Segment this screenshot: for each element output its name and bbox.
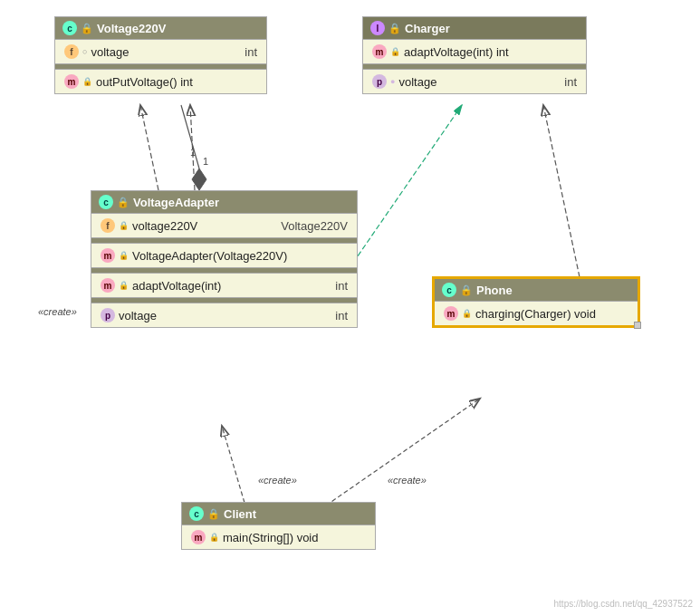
method-name3: adaptVoltage(int) xyxy=(132,279,331,293)
svg-line-7 xyxy=(326,399,480,505)
method-name2: adaptVoltage(int) int xyxy=(404,45,577,59)
svg-line-0 xyxy=(140,105,158,190)
badge-p2: p xyxy=(101,308,115,322)
badge-m6: m xyxy=(191,530,206,544)
badge-m3: m xyxy=(101,248,115,263)
icon-circle: ● xyxy=(390,77,395,86)
icon-lock5: 🔒 xyxy=(119,281,129,290)
class-fields-charger: m 🔒 adaptVoltage(int) int xyxy=(363,39,586,63)
icon-lock6: 🔒 xyxy=(462,309,472,318)
resize-handle[interactable] xyxy=(634,322,641,329)
class-header-phone: c 🔒 Phone xyxy=(435,279,638,301)
svg-line-4 xyxy=(353,105,462,263)
field-name: voltage xyxy=(91,45,241,59)
method-adaptvoltage2: m 🔒 adaptVoltage(int) int xyxy=(97,275,351,295)
constructor-name: VoltageAdapter(Voltage220V) xyxy=(132,249,348,263)
class-fields-voltage220v: f ○ voltage int xyxy=(55,39,266,63)
svg-line-6 xyxy=(222,426,245,503)
label-1: 1 xyxy=(190,147,196,158)
class-badge-c: c xyxy=(62,21,77,35)
class-name-phone: Phone xyxy=(476,284,513,297)
badge-m: m xyxy=(64,74,79,89)
class-header-voltage220v: c 🔒 Voltage220V xyxy=(55,17,266,39)
icon-lock3: 🔒 xyxy=(119,221,129,230)
svg-marker-2 xyxy=(192,168,206,190)
badge-m5: m xyxy=(444,306,458,321)
badge-p: p xyxy=(372,74,387,89)
class-badge-i: I xyxy=(370,21,385,35)
method-adaptvoltage: m 🔒 adaptVoltage(int) int xyxy=(369,42,580,62)
method-charging: m 🔒 charging(Charger) void xyxy=(440,303,632,323)
class-header-charger: I 🔒 Charger xyxy=(363,17,586,39)
diagram-canvas: c 🔒 Voltage220V f ○ voltage int m 🔒 outP… xyxy=(0,0,700,616)
class-voltageadapter[interactable]: c 🔒 VoltageAdapter f 🔒 voltage220V Volta… xyxy=(91,190,358,328)
class-badge-c3: c xyxy=(442,283,456,297)
badge-m2: m xyxy=(372,44,387,59)
class-name-voltageadapter: VoltageAdapter xyxy=(133,196,219,209)
icon-lock: 🔒 xyxy=(82,77,92,86)
label-create-3: «create» xyxy=(388,475,427,486)
class-constructors-voltageadapter: m 🔒 VoltageAdapter(Voltage220V) xyxy=(91,243,357,267)
method-name: outPutVoltage() int xyxy=(96,75,257,89)
class-name-client: Client xyxy=(224,507,256,521)
label-2: 1 xyxy=(203,156,208,167)
class-header-voltageadapter: c 🔒 VoltageAdapter xyxy=(91,191,357,213)
prop-type: int xyxy=(564,75,577,89)
prop-name2: voltage xyxy=(119,309,331,322)
field-name2: voltage220V xyxy=(132,219,277,233)
svg-line-5 xyxy=(543,105,580,277)
prop-type2: int xyxy=(335,309,348,322)
method-main: m 🔒 main(String[]) void xyxy=(187,527,369,547)
field-type2: Voltage220V xyxy=(281,219,348,233)
field-voltage-f: f ○ voltage int xyxy=(61,42,261,62)
class-props-voltageadapter: p voltage int xyxy=(91,303,357,327)
label-create-2: «create» xyxy=(258,475,297,486)
method-outputvoltage: m 🔒 outPutVoltage() int xyxy=(61,72,261,91)
watermark: https://blog.csdn.net/qq_42937522 xyxy=(554,599,693,609)
class-client[interactable]: c 🔒 Client m 🔒 main(String[]) void xyxy=(181,502,376,550)
field-voltage220v: f 🔒 voltage220V Voltage220V xyxy=(97,216,351,236)
badge-f2: f xyxy=(101,218,115,233)
method-type3: int xyxy=(335,279,348,293)
class-voltage220v[interactable]: c 🔒 Voltage220V f ○ voltage int m 🔒 outP… xyxy=(54,16,267,94)
method-name5: main(String[]) void xyxy=(223,531,366,544)
class-badge-c2: c xyxy=(99,195,113,209)
class-methods-voltageadapter: m 🔒 adaptVoltage(int) int xyxy=(91,273,357,297)
prop-voltage: p ● voltage int xyxy=(369,72,580,91)
class-name-voltage220v: Voltage220V xyxy=(97,22,166,35)
class-name-charger: Charger xyxy=(405,22,450,35)
class-methods-client: m 🔒 main(String[]) void xyxy=(182,525,375,549)
class-props-charger: p ● voltage int xyxy=(363,69,586,93)
badge-m4: m xyxy=(101,278,115,293)
method-name4: charging(Charger) void xyxy=(475,307,628,321)
badge-f: f xyxy=(64,44,79,59)
field-type: int xyxy=(245,45,257,59)
icon-lock2: 🔒 xyxy=(390,47,400,56)
class-phone[interactable]: c 🔒 Phone m 🔒 charging(Charger) void xyxy=(433,277,639,327)
class-badge-c4: c xyxy=(189,506,204,521)
class-methods-phone: m 🔒 charging(Charger) void xyxy=(435,301,638,325)
icon-lock7: 🔒 xyxy=(209,533,219,542)
icon-lock4: 🔒 xyxy=(119,251,129,260)
label-create-1: «create» xyxy=(38,306,77,317)
class-header-client: c 🔒 Client xyxy=(182,503,375,525)
class-charger[interactable]: I 🔒 Charger m 🔒 adaptVoltage(int) int p … xyxy=(362,16,587,94)
prop-name: voltage xyxy=(398,75,561,89)
class-fields-voltageadapter: f 🔒 voltage220V Voltage220V xyxy=(91,213,357,237)
icon-open: ○ xyxy=(82,47,87,56)
class-methods-voltage220v: m 🔒 outPutVoltage() int xyxy=(55,69,266,93)
prop-voltage2: p voltage int xyxy=(97,305,351,325)
constructor-voltageadapter: m 🔒 VoltageAdapter(Voltage220V) xyxy=(97,245,351,265)
svg-line-3 xyxy=(181,105,199,168)
